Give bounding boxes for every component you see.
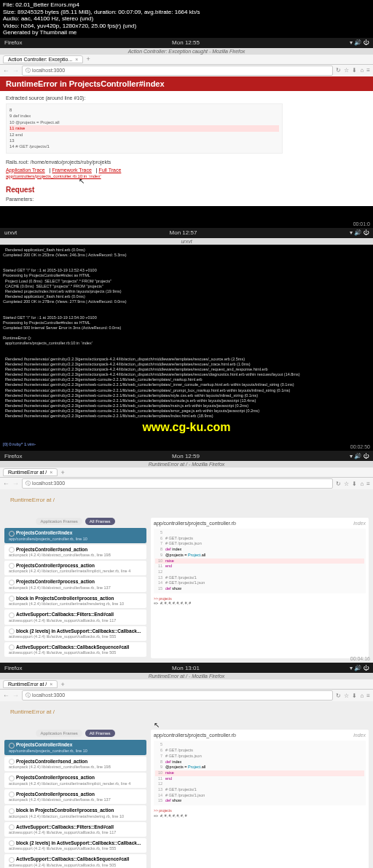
frame-title: ActiveSupport::Callbacks::CallbackSequen… (16, 856, 129, 861)
new-tab-button[interactable]: + (60, 469, 64, 476)
browser-tab[interactable]: RuntimeError at / × (3, 680, 58, 688)
frame-location: app/controllers/projects_controller.rb, … (9, 749, 142, 753)
home-icon[interactable]: ⌂ (360, 693, 364, 699)
home-icon[interactable]: ⌂ (360, 481, 364, 487)
repl-output[interactable]: >> projects=> #, #, #, #, #, #, # (154, 808, 366, 818)
home-icon[interactable]: ⌂ (360, 67, 364, 74)
frame-location: activesupport (4.2.4) lib/active_support… (9, 863, 142, 867)
terminal-output[interactable]: Rendered application/_flash.html.erb (0.… (0, 245, 373, 451)
new-tab-button[interactable]: + (60, 681, 64, 688)
frame-icon (9, 840, 15, 846)
back-icon[interactable]: ← (3, 480, 9, 487)
better-errors-body: Application FramesAll FramesProjectsCont… (0, 725, 373, 868)
video-metadata: File: 02.01_Better Errors.mp4 Size: 8924… (0, 0, 373, 38)
reload-icon[interactable]: ↻ (336, 693, 341, 699)
stack-frame[interactable]: ProjectsController#send_actionactionpack… (4, 757, 146, 771)
active-app[interactable]: Firefox (4, 665, 22, 671)
reload-icon[interactable]: ↻ (336, 481, 341, 487)
frame-title: ProjectsController#index (16, 530, 72, 535)
frame-filter-tab[interactable]: All Frames (85, 518, 115, 525)
frame-icon (9, 628, 15, 634)
active-app[interactable]: Firefox (4, 39, 22, 46)
frame-icon (9, 580, 15, 585)
frame-icon (9, 644, 15, 650)
gnome-topbar: Firefox Mon 12:59 ▾ 🔊 ⏻ (0, 451, 373, 461)
stack-frame[interactable]: ProjectsController#process_actionactionp… (4, 789, 146, 804)
system-tray[interactable]: ▾ 🔊 ⏻ (350, 453, 369, 459)
trace-tab[interactable]: Full Trace (99, 167, 122, 173)
active-app[interactable]: Firefox (4, 453, 22, 459)
stack-frame[interactable]: ProjectsController#indexapp/controllers/… (4, 740, 146, 754)
system-tray[interactable]: ▾ 🔊 ⏻ (350, 39, 369, 46)
close-icon[interactable]: × (50, 470, 52, 475)
url-input[interactable]: ⓘ localhost:3000 (22, 478, 333, 489)
frame-icon (9, 531, 15, 537)
system-tray[interactable]: ▾ 🔊 ⏻ (350, 665, 369, 671)
stack-frame[interactable]: block (2 levels) in ActiveSupport::Callb… (4, 838, 146, 853)
bookmark-icon[interactable]: ☆ (344, 481, 349, 487)
clock[interactable]: Mon 12:57 (170, 229, 197, 236)
stack-frame[interactable]: ActiveSupport::Callbacks::CallbackSequen… (4, 642, 146, 657)
stack-frame[interactable]: ProjectsController#send_actionactionpack… (4, 545, 146, 559)
address-bar: ← → ⓘ localhost:3000 ↻ ☆ ⬇ ⌂ ≡ (0, 65, 373, 76)
frame-icon (9, 792, 15, 797)
browser-tab[interactable]: Action Controller: Exceptio... × (3, 55, 83, 63)
source-code: 56 # GET /projects7 # GET /projects.json… (154, 741, 366, 805)
window-title: RuntimeError at / - Mozilla Firefox (0, 461, 373, 467)
back-icon[interactable]: ← (3, 692, 9, 699)
stack-frame[interactable]: ProjectsController#process_actionactionp… (4, 773, 146, 787)
download-icon[interactable]: ⬇ (352, 693, 357, 699)
trace-line[interactable]: app/controllers/projects_controller.rb:1… (6, 174, 367, 178)
reload-icon[interactable]: ↻ (336, 67, 341, 74)
rails-root: Rails.root: /home/envato/projects/ruby/p… (6, 159, 367, 165)
menu-icon[interactable]: ≡ (366, 693, 370, 699)
stack-frame[interactable]: block in ProjectsController#process_acti… (4, 805, 146, 820)
close-icon[interactable]: × (75, 57, 78, 62)
meta-file: File: 02.01_Better Errors.mp4 (3, 1, 370, 9)
url-input[interactable]: ⓘ localhost:3000 (22, 66, 333, 76)
forward-icon[interactable]: → (12, 67, 19, 74)
trace-tab[interactable]: Framework Trace (52, 167, 91, 173)
active-app[interactable]: urxvt (4, 229, 17, 236)
bookmark-icon[interactable]: ☆ (344, 693, 349, 699)
menu-icon[interactable]: ≡ (366, 481, 370, 487)
download-icon[interactable]: ⬇ (352, 67, 357, 74)
back-icon[interactable]: ← (3, 67, 9, 74)
menu-icon[interactable]: ≡ (366, 67, 370, 74)
stack-frame[interactable]: ProjectsController#indexapp/controllers/… (4, 528, 146, 542)
frame-icon (9, 547, 15, 553)
thumbnail-3: Firefox Mon 12:59 ▾ 🔊 ⏻ RuntimeError at … (0, 451, 373, 663)
trace-tab[interactable]: Application Trace (6, 167, 45, 173)
stack-frame[interactable]: ActiveSupport::Callbacks::CallbackSequen… (4, 854, 146, 868)
frame-filter-tab[interactable]: Application Frames (36, 730, 82, 737)
frame-title: block (2 levels) in ActiveSupport::Callb… (16, 628, 141, 634)
repl-output[interactable]: >> projects=> #, #, #, #, #, #, #, # (154, 596, 366, 606)
clock[interactable]: Mon 13:01 (172, 665, 200, 671)
tab-strip: RuntimeError at / × + (0, 679, 373, 690)
stack-frame[interactable]: ProjectsController#process_actionactionp… (4, 577, 146, 591)
bookmark-icon[interactable]: ☆ (344, 67, 349, 74)
download-icon[interactable]: ⬇ (352, 481, 357, 487)
url-input[interactable]: ⓘ localhost:3000 (22, 690, 333, 701)
system-tray[interactable]: ▾ 🔊 ⏻ (350, 229, 369, 236)
new-tab-button[interactable]: + (86, 55, 90, 63)
stack-frame[interactable]: ActiveSupport::Callbacks::Filters::End#c… (4, 609, 146, 624)
source-code: 56 # GET /projects7 # GET /projects.json… (154, 529, 366, 593)
browser-tab[interactable]: RuntimeError at / × (3, 468, 58, 476)
stack-frame[interactable]: block in ProjectsController#process_acti… (4, 593, 146, 608)
frame-location: activesupport (4.2.4) lib/active_support… (9, 830, 142, 835)
close-icon[interactable]: × (50, 682, 52, 687)
frame-title: ProjectsController#send_action (16, 547, 87, 552)
clock[interactable]: Mon 12:55 (172, 39, 200, 46)
stack-frame[interactable]: ActiveSupport::Callbacks::Filters::End#c… (4, 822, 146, 837)
frame-filter-tab[interactable]: All Frames (85, 730, 115, 737)
frame-title: ProjectsController#process_action (16, 579, 95, 584)
stack-frame[interactable]: block (2 levels) in ActiveSupport::Callb… (4, 626, 146, 641)
forward-icon[interactable]: → (12, 480, 19, 487)
clock[interactable]: Mon 12:59 (172, 453, 200, 459)
stack-frame[interactable]: ProjectsController#process_actionactionp… (4, 561, 146, 575)
forward-icon[interactable]: → (12, 692, 19, 699)
timecode: 00:02:50 (350, 444, 370, 449)
frame-icon (9, 596, 15, 601)
frame-filter-tab[interactable]: Application Frames (36, 518, 82, 525)
